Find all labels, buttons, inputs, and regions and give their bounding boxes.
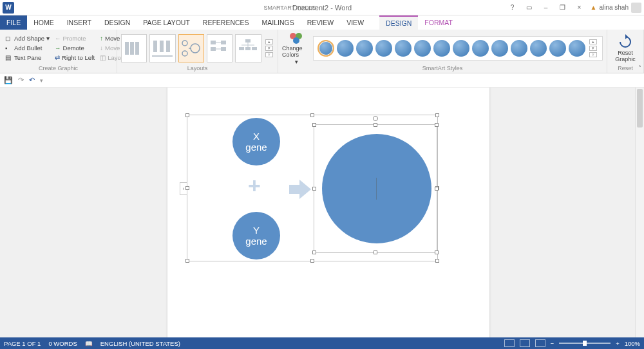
user-name: alina shah (599, 4, 629, 11)
right-to-left-button[interactable]: ⇄Right to Left (53, 53, 96, 62)
smartart-graphic-selection[interactable]: ‹ X gene + Y gene (187, 115, 438, 261)
spell-check-icon[interactable]: 📖 (85, 340, 93, 347)
undo-button[interactable]: ↶ (29, 76, 35, 84)
layout-option-3-selected[interactable] (178, 34, 204, 62)
help-button[interactable]: ? (507, 3, 518, 13)
style-option-9[interactable] (472, 40, 489, 57)
style-option-2[interactable] (337, 40, 354, 57)
language-status[interactable]: ENGLISH (UNITED STATES) (100, 340, 180, 347)
ribbon-display-options[interactable]: ▭ (524, 3, 535, 13)
layout-option-2[interactable] (149, 34, 175, 62)
group-label-reset: Reset (611, 65, 639, 73)
reset-graphic-button[interactable]: Reset Graphic (611, 34, 639, 62)
smartart-node-3[interactable] (322, 134, 431, 243)
smartart-node-2-text: Y gene (245, 225, 267, 247)
style-option-1[interactable] (317, 40, 334, 57)
view-web-layout[interactable] (535, 339, 545, 347)
group-label-styles: SmartArt Styles (282, 65, 603, 73)
style-option-5[interactable] (395, 40, 412, 57)
group-layouts: ▴▾▿ Layouts (117, 30, 278, 73)
vertical-scrollbar[interactable] (635, 88, 644, 337)
group-label-layouts: Layouts (121, 65, 274, 73)
add-bullet-button[interactable]: ▪Add Bullet (4, 44, 51, 52)
tab-references[interactable]: REFERENCES (196, 15, 256, 30)
tab-design[interactable]: DESIGN (98, 15, 137, 30)
style-option-3[interactable] (356, 40, 373, 57)
close-button[interactable]: × (574, 3, 585, 13)
add-shape-button[interactable]: ◻Add Shape ▾ (4, 34, 51, 42)
collapse-ribbon-button[interactable]: ˄ (638, 64, 641, 71)
zoom-slider-thumb[interactable] (583, 341, 587, 346)
smartart-node-2[interactable]: Y gene (232, 212, 280, 259)
tab-home[interactable]: HOME (27, 15, 61, 30)
style-option-4[interactable] (375, 40, 392, 57)
tab-page-layout[interactable]: PAGE LAYOUT (137, 15, 196, 30)
zoom-level[interactable]: 100% (625, 340, 640, 347)
svg-marker-26 (289, 180, 311, 199)
style-option-12[interactable] (530, 40, 547, 57)
tab-insert[interactable]: INSERT (61, 15, 98, 30)
scroll-thumb[interactable] (637, 89, 643, 127)
svg-rect-19 (252, 47, 257, 50)
group-label-create-graphic: Create Graphic (4, 65, 113, 73)
style-gallery: ▴▾▿ (313, 36, 603, 61)
layout-option-1[interactable] (121, 34, 147, 62)
promote-button[interactable]: ←Promote (53, 34, 96, 42)
layouts-more[interactable]: ▴▾▿ (265, 39, 274, 57)
page-status[interactable]: PAGE 1 OF 1 (4, 340, 41, 347)
tab-file[interactable]: FILE (0, 15, 27, 30)
tab-mailings[interactable]: MAILINGS (256, 15, 301, 30)
qat-customize[interactable]: ▾ (40, 77, 43, 84)
title-bar: W Document2 - Word SMARTART TOOLS ? ▭ – … (0, 0, 644, 15)
tab-review[interactable]: REVIEW (301, 15, 340, 30)
style-option-10[interactable] (491, 40, 508, 57)
style-option-7[interactable] (433, 40, 450, 57)
style-option-13[interactable] (549, 40, 566, 57)
save-button[interactable]: 💾 (4, 76, 13, 84)
svg-rect-1 (130, 42, 134, 55)
style-option-6[interactable] (414, 40, 431, 57)
ribbon: ◻Add Shape ▾ ▪Add Bullet ▤Text Pane ←Pro… (0, 30, 644, 73)
svg-rect-13 (221, 47, 226, 51)
quick-access-toolbar: 💾 ↷ ↶ ▾ (0, 73, 644, 88)
page[interactable]: ‹ X gene + Y gene (167, 88, 489, 337)
style-option-8[interactable] (453, 40, 469, 57)
context-tools-label: SMARTART TOOLS (258, 5, 322, 11)
ribbon-tabs: FILE HOME INSERT DESIGN PAGE LAYOUT REFE… (0, 15, 644, 30)
text-pane-button[interactable]: ▤Text Pane (4, 53, 51, 62)
style-option-11[interactable] (511, 40, 527, 57)
view-print-layout[interactable] (520, 339, 530, 347)
svg-rect-12 (221, 41, 226, 44)
restore-button[interactable]: ❐ (557, 3, 569, 13)
add-bullet-icon: ▪ (5, 44, 12, 52)
minimize-button[interactable]: – (540, 3, 552, 13)
tab-smartart-format[interactable]: FORMAT (418, 15, 459, 30)
change-colors-button[interactable]: Change Colors ▾ (282, 32, 310, 65)
svg-point-7 (182, 41, 187, 46)
tab-view[interactable]: VIEW (340, 15, 370, 30)
svg-marker-25 (625, 34, 628, 39)
styles-more[interactable]: ▴▾▿ (589, 39, 598, 57)
repeat-button[interactable]: ↷ (18, 76, 24, 84)
zoom-out-button[interactable]: − (551, 340, 554, 347)
zoom-in-button[interactable]: + (616, 340, 620, 347)
rtl-icon: ⇄ (55, 54, 60, 61)
user-account[interactable]: ▲ alina shah (591, 3, 642, 13)
zoom-slider[interactable] (559, 343, 611, 344)
view-read-mode[interactable] (504, 339, 515, 347)
demote-button[interactable]: →Demote (53, 44, 96, 52)
document-area: ‹ X gene + Y gene (0, 88, 644, 337)
text-cursor (376, 178, 377, 200)
tab-smartart-design[interactable]: DESIGN (379, 15, 418, 30)
demote-icon: → (55, 44, 61, 52)
smartart-node-3-selection[interactable] (314, 124, 437, 253)
word-count[interactable]: 0 WORDS (48, 340, 77, 347)
smartart-node-1[interactable]: X gene (232, 118, 280, 165)
svg-rect-0 (125, 42, 129, 55)
rotation-handle[interactable] (373, 116, 378, 121)
svg-rect-17 (239, 47, 244, 50)
style-option-14[interactable] (569, 40, 585, 57)
layout-option-4[interactable] (207, 34, 232, 62)
svg-point-9 (191, 44, 200, 53)
layout-option-5[interactable] (235, 34, 261, 62)
